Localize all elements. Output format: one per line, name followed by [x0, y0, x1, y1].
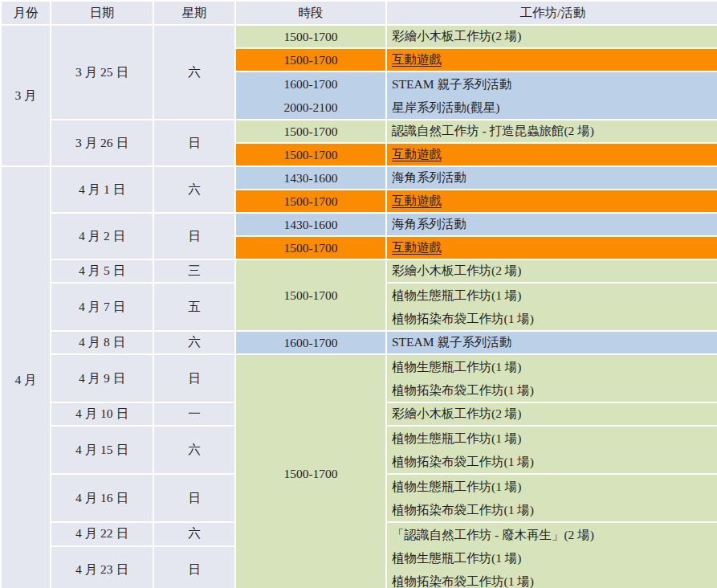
weekday-cell: 六 [153, 331, 235, 354]
activity-label: 植物生態瓶工作坊(1 場) [392, 475, 717, 498]
table-row: 4 月 9 日 日 1500-1700 植物生態瓶工作坊(1 場) 植物拓染布袋… [1, 354, 717, 402]
activity-label: STEAM 親子系列活動 [392, 72, 717, 96]
weekday-cell: 六 [153, 522, 235, 546]
document-page: 月份 日期 星期 時段 工作坊/活動 3 月 3 月 25 日 六 1500-1… [0, 0, 717, 588]
activity-cell: 互動遊戲 [386, 190, 717, 213]
activity-label: 互動遊戲 [392, 52, 442, 66]
activity-label: 互動遊戲 [392, 194, 442, 207]
activity-cell: STEAM 親子系列活動 星岸系列活動(觀星) [386, 71, 717, 120]
date-cell: 4 月 10 日 [51, 402, 153, 426]
date-cell: 4 月 16 日 [51, 474, 153, 522]
date-cell: 4 月 8 日 [51, 331, 153, 354]
table-header-row: 月份 日期 星期 時段 工作坊/活動 [1, 1, 717, 25]
activity-label: 星岸系列活動(觀星) [392, 96, 717, 119]
header-time: 時段 [235, 1, 386, 25]
header-activity: 工作坊/活動 [386, 1, 717, 25]
time-cell: 1500-1700 [235, 190, 386, 213]
time-cell: 1430-1600 [235, 166, 386, 190]
time-cell: 1600-1700 [235, 331, 386, 354]
activity-cell: 植物生態瓶工作坊(1 場) 植物拓染布袋工作坊(1 場) [386, 474, 717, 522]
time-cell: 1600-1700 2000-2100 [235, 71, 386, 120]
date-cell: 4 月 23 日 [51, 546, 153, 588]
date-cell: 4 月 22 日 [51, 522, 153, 546]
weekday-cell: 日 [153, 546, 235, 588]
activity-cell: 互動遊戲 [386, 48, 717, 71]
date-cell: 4 月 15 日 [51, 426, 153, 474]
table-row: 3 月 3 月 25 日 六 1500-1700 彩繪小木板工作坊(2 場) [1, 25, 717, 48]
month-cell: 3 月 [1, 25, 51, 166]
date-cell: 4 月 9 日 [51, 354, 153, 402]
schedule-table: 月份 日期 星期 時段 工作坊/活動 3 月 3 月 25 日 六 1500-1… [0, 0, 717, 588]
time-cell: 1500-1700 [235, 236, 386, 259]
header-weekday: 星期 [153, 1, 235, 25]
activity-cell: 彩繪小木板工作坊(2 場) [386, 402, 717, 426]
weekday-cell: 日 [153, 354, 235, 402]
time-cell: 1500-1700 [235, 25, 386, 48]
time-label: 1600-1700 [236, 72, 385, 96]
activity-cell: 彩繪小木板工作坊(2 場) [386, 259, 717, 283]
activity-cell: 認識自然工作坊 - 打造昆蟲旅館(2 場) [386, 120, 717, 143]
time-cell: 1500-1700 [235, 48, 386, 71]
activity-label: 植物拓染布袋工作坊(1 場) [392, 378, 717, 402]
table-row: 3 月 26 日 日 1500-1700 認識自然工作坊 - 打造昆蟲旅館(2 … [1, 120, 717, 143]
date-cell: 4 月 2 日 [51, 213, 153, 259]
activity-label: 互動遊戲 [392, 240, 442, 254]
activity-cell: 互動遊戲 [386, 143, 717, 166]
table-row: 4 月 4 月 1 日 六 1430-1600 海角系列活動 [1, 166, 717, 190]
date-cell: 4 月 7 日 [51, 283, 153, 331]
month-cell: 4 月 [1, 166, 51, 588]
table-row: 4 月 2 日 日 1430-1600 海角系列活動 [1, 213, 717, 236]
date-cell: 3 月 26 日 [51, 120, 153, 166]
activity-label: 植物生態瓶工作坊(1 場) [392, 284, 717, 307]
activity-label: 植物生態瓶工作坊(1 場) [392, 546, 717, 570]
activity-label: 「認識自然工作坊 - 廢木再生」(2 場) [392, 523, 717, 546]
weekday-cell: 日 [153, 474, 235, 522]
activity-label: 植物拓染布袋工作坊(1 場) [392, 307, 717, 330]
activity-cell: STEAM 親子系列活動 [386, 331, 717, 354]
activity-cell: 海角系列活動 [386, 213, 717, 236]
time-cell: 1500-1700 [235, 143, 386, 166]
weekday-cell: 三 [153, 259, 235, 283]
time-cell: 1430-1600 [235, 213, 386, 236]
activity-cell: 植物生態瓶工作坊(1 場) 植物拓染布袋工作坊(1 場) [386, 283, 717, 331]
activity-label: 互動遊戲 [392, 147, 442, 161]
date-cell: 3 月 25 日 [51, 25, 153, 120]
time-cell: 1500-1700 [235, 354, 386, 588]
table-row: 4 月 5 日 三 1500-1700 彩繪小木板工作坊(2 場) [1, 259, 717, 283]
weekday-cell: 六 [153, 166, 235, 213]
time-label: 2000-2100 [236, 96, 385, 119]
activity-cell: 彩繪小木板工作坊(2 場) [386, 25, 717, 48]
activity-cell: 「認識自然工作坊 - 廢木再生」(2 場) 植物生態瓶工作坊(1 場) 植物拓染… [386, 522, 717, 588]
activity-label: 植物拓染布袋工作坊(1 場) [392, 450, 717, 473]
header-date: 日期 [51, 1, 153, 25]
weekday-cell: 一 [153, 402, 235, 426]
activity-label: 植物生態瓶工作坊(1 場) [392, 427, 717, 450]
activity-label: 植物拓染布袋工作坊(1 場) [392, 570, 717, 588]
weekday-cell: 日 [153, 213, 235, 259]
activity-cell: 互動遊戲 [386, 236, 717, 259]
date-cell: 4 月 5 日 [51, 259, 153, 283]
weekday-cell: 六 [153, 25, 235, 120]
activity-cell: 植物生態瓶工作坊(1 場) 植物拓染布袋工作坊(1 場) [386, 426, 717, 474]
time-cell: 1500-1700 [235, 259, 386, 331]
date-cell: 4 月 1 日 [51, 166, 153, 213]
activity-label: 植物拓染布袋工作坊(1 場) [392, 498, 717, 521]
time-cell: 1500-1700 [235, 120, 386, 143]
activity-cell: 植物生態瓶工作坊(1 場) 植物拓染布袋工作坊(1 場) [386, 354, 717, 402]
weekday-cell: 五 [153, 283, 235, 331]
table-row: 4 月 8 日 六 1600-1700 STEAM 親子系列活動 [1, 331, 717, 354]
weekday-cell: 日 [153, 120, 235, 166]
weekday-cell: 六 [153, 426, 235, 474]
activity-cell: 海角系列活動 [386, 166, 717, 190]
header-month: 月份 [1, 1, 51, 25]
activity-label: 植物生態瓶工作坊(1 場) [392, 355, 717, 378]
